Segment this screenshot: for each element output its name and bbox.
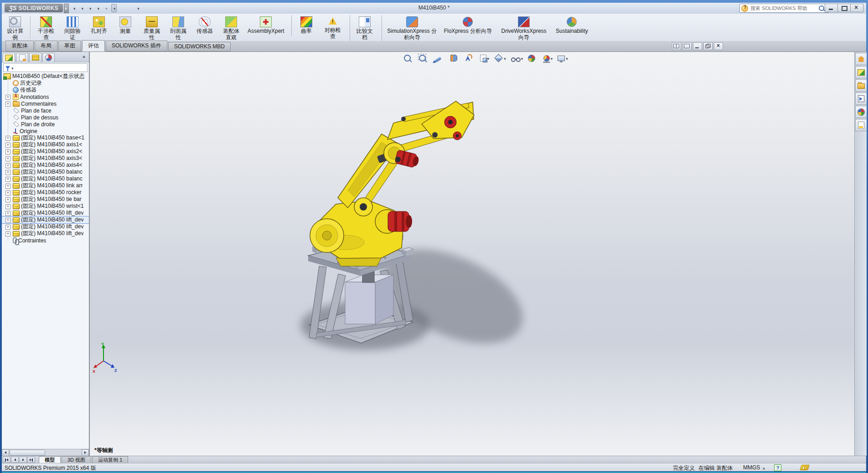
tree-item[interactable]: (固定) M410iB450 tie bar (2, 196, 89, 203)
dropdown-caret-icon[interactable] (114, 5, 116, 11)
tree-filter-field[interactable] (3, 63, 88, 72)
document-tab[interactable]: 模型 (39, 456, 61, 463)
tree-item[interactable]: 历史记录 (2, 80, 89, 87)
tree-item[interactable]: (固定) M410iB450 wrist<1 (2, 203, 89, 210)
toolbar-button[interactable] (119, 4, 125, 12)
panel-tab[interactable] (3, 53, 15, 62)
ribbon-button[interactable]: Sustainability (553, 15, 591, 36)
tree-item[interactable]: 传感器 (2, 87, 89, 93)
next-tab-button[interactable] (19, 457, 27, 463)
ribbon-button[interactable]: AssemblyXpert (245, 15, 287, 36)
taskpane-tab[interactable] (855, 119, 867, 131)
help-search-box[interactable] (739, 4, 830, 13)
split-pane-icon[interactable] (672, 42, 681, 50)
tree-item[interactable]: (固定) M410iB450 axis1< (2, 141, 89, 148)
minimize-button[interactable] (825, 4, 838, 12)
tree-item[interactable]: Annotations (2, 93, 89, 100)
tree-item[interactable]: (固定) M410iB450 base<1 (2, 134, 89, 141)
tree-item[interactable]: Plan de dessus (2, 114, 89, 121)
restore-doc-icon[interactable] (703, 42, 713, 50)
tree-item[interactable]: (固定) M410iB450 lift_dev (2, 210, 89, 216)
dropdown-caret-icon[interactable] (137, 5, 140, 11)
robot-model[interactable] (90, 52, 854, 456)
command-tab[interactable]: SOLIDWORKS MBD (168, 42, 231, 51)
toolbar-button[interactable] (103, 4, 109, 12)
expand-plus-icon[interactable] (5, 190, 10, 195)
tree-item[interactable]: (固定) M410iB450 rocker (2, 189, 89, 196)
expand-plus-icon[interactable] (5, 197, 10, 202)
expand-plus-icon[interactable] (5, 163, 10, 168)
tree-item[interactable]: (固定) M410iB450 axis3< (2, 155, 89, 162)
expand-plus-icon[interactable] (5, 211, 10, 216)
command-tab[interactable]: 布局 (35, 41, 57, 51)
expand-plus-icon[interactable] (5, 225, 10, 230)
ribbon-button[interactable]: 比较文档 (350, 15, 377, 42)
tree-item[interactable]: (固定) M410iB450 lift_dev (2, 216, 89, 223)
ribbon-button[interactable]: FloXpress 分析向导 (441, 15, 495, 36)
status-help-icon[interactable] (774, 464, 781, 471)
search-input[interactable] (749, 5, 817, 11)
dropdown-caret-icon[interactable] (73, 5, 76, 11)
expand-plus-icon[interactable] (5, 95, 10, 100)
panel-tab[interactable] (16, 53, 28, 62)
taskpane-tab[interactable] (855, 106, 867, 118)
tile-pane-icon[interactable] (682, 42, 692, 50)
command-tab[interactable]: SOLIDWORKS 插件 (106, 41, 167, 51)
expand-plus-icon[interactable] (5, 170, 10, 175)
toolbar-button[interactable] (87, 4, 93, 12)
document-tab[interactable]: 运动算例 1 (92, 456, 128, 463)
dropdown-caret-icon[interactable] (82, 5, 84, 11)
toolbar-button[interactable] (71, 4, 77, 12)
expand-plus-icon[interactable] (5, 231, 10, 236)
tree-item[interactable]: (固定) M410iB450 lift_dev (2, 230, 89, 237)
tree-horizontal-scrollbar[interactable] (2, 449, 89, 456)
expand-plus-icon[interactable] (5, 184, 10, 189)
last-tab-button[interactable] (27, 457, 35, 463)
previous-tab-button[interactable] (11, 457, 19, 463)
tree-item[interactable]: Plan de face (2, 107, 89, 114)
panel-tab[interactable] (29, 53, 41, 62)
command-tab[interactable]: 草图 (58, 41, 81, 51)
ribbon-button[interactable]: 剖面属性 (165, 15, 191, 42)
toolbar-button[interactable] (135, 4, 141, 12)
taskpane-tab[interactable] (855, 93, 867, 105)
dropdown-caret-icon[interactable] (98, 5, 100, 11)
taskpane-tab[interactable] (855, 66, 867, 78)
expand-plus-icon[interactable] (5, 143, 10, 148)
ribbon-button[interactable]: 曲率 (291, 15, 319, 36)
close-button[interactable] (851, 4, 863, 12)
toolbar-button[interactable] (79, 4, 85, 12)
ribbon-button[interactable]: 孔对齐 (86, 15, 112, 36)
tree-item[interactable]: (固定) M410iB450 link arr (2, 182, 89, 189)
ribbon-button[interactable]: 质量属性 (139, 15, 165, 42)
ribbon-button[interactable]: DriveWorksXpress 向导 (496, 15, 552, 42)
ribbon-button[interactable]: 装配体直观 (218, 15, 244, 42)
tree-item[interactable]: (固定) M410iB450 axis4< (2, 162, 89, 169)
toolbar-button[interactable] (111, 4, 117, 12)
document-tab[interactable]: 3D 视图 (62, 456, 91, 463)
minimize-doc-icon[interactable] (693, 42, 702, 50)
tag-icon[interactable] (800, 465, 810, 470)
tree-root-item[interactable]: M410iB450 (Défaut<显示状态 (2, 73, 89, 80)
tree-item[interactable]: Contraintes (2, 237, 89, 244)
expand-plus-icon[interactable] (5, 218, 10, 223)
tree-item[interactable]: Origine (2, 128, 89, 134)
tree-item[interactable]: (固定) M410iB450 balanc (2, 175, 89, 182)
scroll-right-button[interactable] (82, 449, 89, 456)
tree-item[interactable]: Commentaires (2, 100, 89, 107)
ribbon-button[interactable]: SimulationXpress 分析向导 (382, 15, 440, 42)
tree-item[interactable]: (固定) M410iB450 lift_dev (2, 223, 89, 230)
expand-plus-icon[interactable] (5, 102, 10, 107)
panel-expand-chevron-icon[interactable] (83, 54, 85, 59)
command-tab[interactable]: 评估 (82, 40, 105, 51)
menu-expand-arrow[interactable] (64, 4, 69, 13)
first-tab-button[interactable] (3, 457, 10, 463)
dropdown-caret-icon[interactable] (89, 5, 92, 11)
expand-plus-icon[interactable] (5, 177, 10, 182)
taskpane-tab[interactable] (855, 53, 867, 65)
tree-item[interactable]: (固定) M410iB450 balanc (2, 169, 89, 175)
close-doc-icon[interactable] (714, 42, 723, 50)
ribbon-button[interactable]: 干涉检查 (33, 15, 59, 42)
toolbar-button[interactable] (127, 4, 133, 12)
expand-plus-icon[interactable] (5, 149, 10, 154)
